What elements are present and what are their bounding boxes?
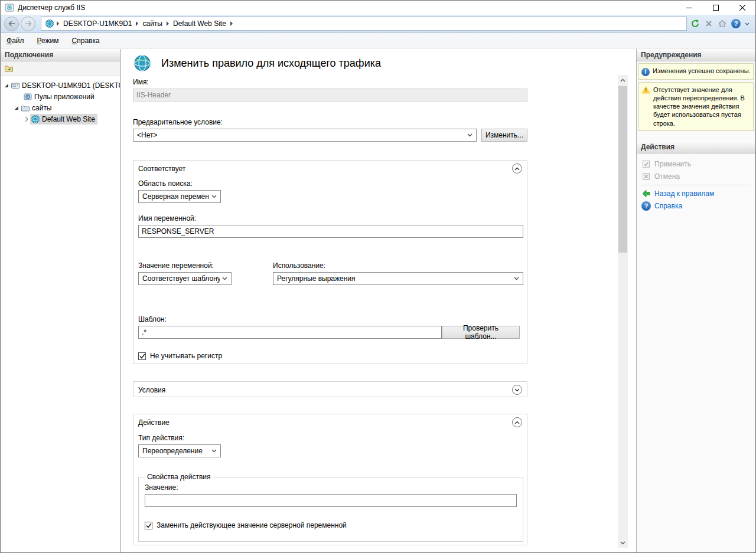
tree-item-label: Пулы приложений <box>34 93 94 101</box>
tree-collapsed-icon[interactable] <box>23 116 30 123</box>
cancel-button: Отмена <box>641 171 751 183</box>
action-section-title: Действие <box>138 418 170 427</box>
ignore-case-checkbox[interactable] <box>138 352 146 360</box>
close-button[interactable] <box>729 1 755 15</box>
chevron-down-icon[interactable] <box>745 22 750 25</box>
variable-value-value: Соответствует шаблону <box>142 274 220 283</box>
action-section-body: Тип действия: Переопределение Свойства д… <box>133 434 527 542</box>
home-icon[interactable] <box>718 19 727 28</box>
title-bar: Диспетчер служб IIS <box>1 1 755 15</box>
connection-toolbar-icon[interactable] <box>4 64 14 73</box>
collapse-up-button[interactable] <box>512 163 522 174</box>
scroll-up-button[interactable] <box>618 75 628 85</box>
breadcrumb-separator-icon[interactable] <box>167 21 169 26</box>
right-panel: Предупреждения i Изменения успешно сохра… <box>636 49 755 552</box>
breadcrumb-separator-icon[interactable] <box>230 21 233 26</box>
name-label: Имя: <box>133 78 527 86</box>
tree-expanded-icon[interactable] <box>3 82 10 89</box>
breadcrumb: DESKTOP-U1MK9D1 сайты Default Web Site <box>41 17 687 31</box>
cancel-icon <box>641 172 651 181</box>
warning-icon: ! <box>641 86 650 94</box>
tree-item-server[interactable]: DESKTOP-U1MK9D1 (DESKTOP <box>1 80 120 91</box>
chevron-down-icon <box>620 541 625 545</box>
variable-value-label: Значение переменной: <box>138 261 273 270</box>
checkmark-icon <box>139 354 145 359</box>
help-icon[interactable]: ? <box>731 19 741 28</box>
replace-label: Заменить действующее значение серверной … <box>157 521 347 529</box>
globe-icon <box>45 19 54 28</box>
action-type-select[interactable]: Переопределение <box>138 444 221 457</box>
back-button[interactable] <box>4 17 19 31</box>
scope-select[interactable]: Серверная переменн <box>138 190 221 203</box>
alerts-header: Предупреждения <box>637 49 755 61</box>
scroll-down-button[interactable] <box>618 538 628 548</box>
tree-item-label: Default Web Site <box>42 115 95 123</box>
arrow-left-icon <box>8 21 15 27</box>
app-pools-icon <box>23 92 32 102</box>
ignore-case-option[interactable]: Не учитывать регистр <box>138 352 522 360</box>
minimize-button[interactable] <box>676 1 702 15</box>
edit-precondition-button[interactable]: Изменить... <box>481 129 527 142</box>
vertical-scrollbar[interactable] <box>618 75 628 548</box>
back-to-rules-link[interactable]: Назад к правилам <box>641 188 751 200</box>
tree-item-app-pools[interactable]: Пулы приложений <box>1 91 120 102</box>
chevron-down-icon <box>209 195 219 198</box>
actions-list: Применить Отмена Назад к правилам ? Спра… <box>637 153 755 212</box>
maximize-icon <box>713 5 719 11</box>
expand-down-button[interactable] <box>512 385 522 395</box>
delete-icon[interactable] <box>704 19 713 28</box>
forward-button[interactable] <box>21 17 35 31</box>
tree-item-sites[interactable]: сайты <box>1 102 120 113</box>
menu-view[interactable]: Режим <box>37 37 59 45</box>
variable-value-select[interactable]: Соответствует шаблону <box>138 272 232 285</box>
match-section: Соответствует Область поиска: Серверная … <box>133 160 527 364</box>
edit-outbound-rule-form: Изменить правило для исходящего трафика … <box>133 53 527 545</box>
connections-toolbar <box>1 61 120 76</box>
address-bar: DESKTOP-U1MK9D1 сайты Default Web Site ? <box>1 15 755 33</box>
precondition-select[interactable]: <Нет> <box>133 129 477 142</box>
minimize-icon <box>686 5 692 11</box>
breadcrumb-separator-icon[interactable] <box>57 21 59 26</box>
action-properties-group: Свойства действия Значение: Заменить дей… <box>138 473 523 542</box>
breadcrumb-separator-icon[interactable] <box>136 21 138 26</box>
chevron-up-icon <box>514 167 520 171</box>
chevron-down-icon <box>465 133 475 137</box>
breadcrumb-item-server[interactable]: DESKTOP-U1MK9D1 <box>61 19 133 28</box>
replace-checkbox[interactable] <box>145 522 152 529</box>
test-pattern-button[interactable]: Проверить шаблон... <box>442 326 520 339</box>
scrollbar-thumb[interactable] <box>618 86 627 253</box>
app-icon <box>5 3 14 12</box>
chevron-down-icon <box>514 388 520 392</box>
chevron-up-icon <box>514 421 520 424</box>
breadcrumb-item-default-web-site[interactable]: Default Web Site <box>171 19 228 28</box>
collapse-up-button[interactable] <box>512 417 522 427</box>
action-section: Действие Тип действия: Переопределение С… <box>133 414 527 545</box>
sites-folder-icon <box>21 103 30 113</box>
precondition-value: <Нет> <box>137 131 157 139</box>
match-section-header: Соответствует <box>133 161 527 178</box>
conditions-section-header: Условия <box>133 382 527 397</box>
variable-name-input[interactable] <box>138 225 523 238</box>
breadcrumb-item-sites[interactable]: сайты <box>141 19 164 28</box>
tree-expanded-icon[interactable] <box>13 104 20 112</box>
apply-button: Применить <box>641 158 751 171</box>
match-section-title: Соответствует <box>138 165 185 173</box>
tree-item-default-web-site[interactable]: Default Web Site <box>1 113 120 125</box>
using-select[interactable]: Регулярные выражения <box>273 272 523 285</box>
match-section-body: Область поиска: Серверная переменн Имя п… <box>133 179 527 360</box>
precondition-field: Предварительное условие: <Нет> Изменить.… <box>133 118 527 142</box>
chevron-down-icon <box>511 277 522 280</box>
action-value-input[interactable] <box>145 494 517 507</box>
help-icon: ? <box>641 201 651 211</box>
menu-help[interactable]: Справка <box>72 37 100 45</box>
help-link[interactable]: ? Справка <box>641 200 751 212</box>
actions-separator <box>641 185 751 185</box>
alert-warning: ! Отсутствует значение для действия пере… <box>638 82 754 131</box>
replace-option[interactable]: Заменить действующее значение серверной … <box>145 521 517 529</box>
tree-item-label: сайты <box>32 104 52 112</box>
maximize-button[interactable] <box>702 1 729 15</box>
globe-icon <box>31 114 40 124</box>
menu-file[interactable]: Файл <box>6 37 24 45</box>
refresh-icon[interactable] <box>690 19 700 28</box>
pattern-input[interactable] <box>138 326 442 339</box>
